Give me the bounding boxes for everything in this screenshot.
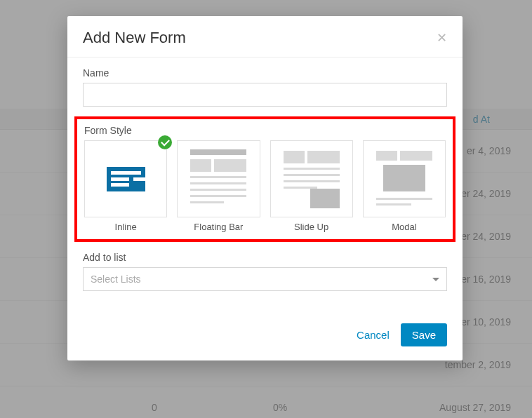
name-field-group: Name — [83, 67, 447, 107]
style-thumb-floating-bar — [177, 140, 260, 217]
name-label: Name — [83, 67, 447, 79]
style-label-inline: Inline — [84, 222, 167, 232]
style-option-inline[interactable]: Inline — [84, 140, 167, 232]
style-thumb-inline — [84, 140, 167, 217]
save-button[interactable]: Save — [401, 323, 447, 346]
select-placeholder: Select Lists — [91, 274, 141, 285]
modal-title: Add New Form — [83, 29, 186, 47]
form-style-label: Form Style — [84, 125, 446, 136]
close-icon[interactable]: ✕ — [437, 30, 447, 46]
style-thumb-modal — [363, 140, 446, 217]
name-input[interactable] — [83, 83, 447, 107]
form-style-grid: Inline Floating Bar — [84, 140, 446, 232]
add-form-modal: Add New Form ✕ Name Form Style Inline — [67, 16, 463, 360]
selected-check-icon — [158, 135, 172, 149]
style-thumb-slide-up — [270, 140, 353, 217]
add-to-list-label: Add to list — [83, 252, 447, 263]
style-option-slide-up[interactable]: Slide Up — [270, 140, 353, 232]
add-to-list-group: Add to list Select Lists — [83, 252, 447, 291]
style-option-floating-bar[interactable]: Floating Bar — [177, 140, 260, 232]
cancel-button[interactable]: Cancel — [357, 329, 390, 341]
style-label-modal: Modal — [363, 222, 446, 232]
inline-icon — [107, 167, 145, 191]
form-style-highlight: Form Style Inline — [74, 116, 455, 242]
modal-icon — [372, 147, 437, 211]
style-label-slide-up: Slide Up — [270, 222, 353, 232]
style-option-modal[interactable]: Modal — [363, 140, 446, 232]
lists-select[interactable]: Select Lists — [83, 267, 447, 291]
chevron-down-icon — [432, 278, 439, 281]
modal-body: Name Form Style Inline — [67, 58, 463, 314]
slide-up-icon — [279, 147, 344, 211]
style-label-floating-bar: Floating Bar — [177, 222, 260, 232]
floating-bar-icon — [186, 147, 251, 211]
modal-footer: Cancel Save — [67, 314, 463, 360]
modal-header: Add New Form ✕ — [67, 16, 463, 58]
